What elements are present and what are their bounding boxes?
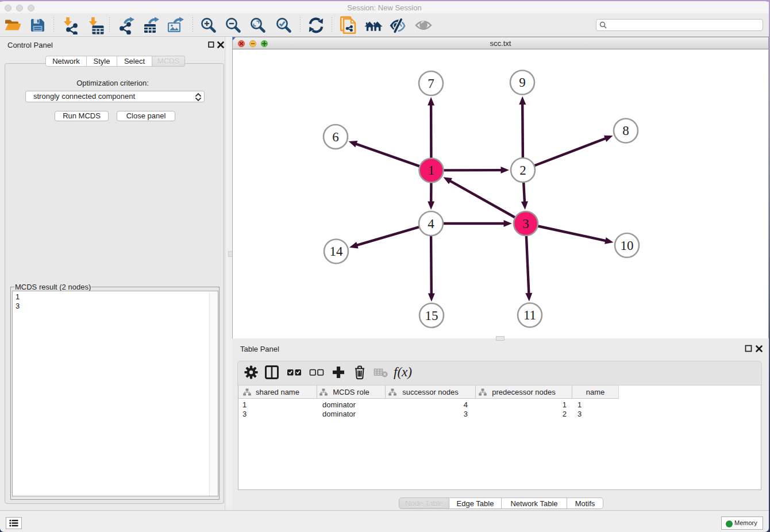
- svg-text:9: 9: [519, 75, 526, 90]
- svg-text:2: 2: [519, 163, 526, 178]
- svg-text:1: 1: [428, 163, 435, 178]
- svg-text:11: 11: [523, 308, 536, 322]
- svg-text:10: 10: [621, 238, 634, 253]
- svg-text:15: 15: [425, 309, 438, 323]
- svg-text:7: 7: [428, 76, 434, 91]
- svg-text:4: 4: [428, 217, 434, 231]
- svg-text:6: 6: [332, 130, 339, 144]
- svg-text:8: 8: [622, 124, 629, 138]
- svg-text:3: 3: [522, 217, 529, 231]
- svg-text:14: 14: [330, 244, 344, 259]
- svg-text:f(x): f(x): [394, 365, 412, 379]
